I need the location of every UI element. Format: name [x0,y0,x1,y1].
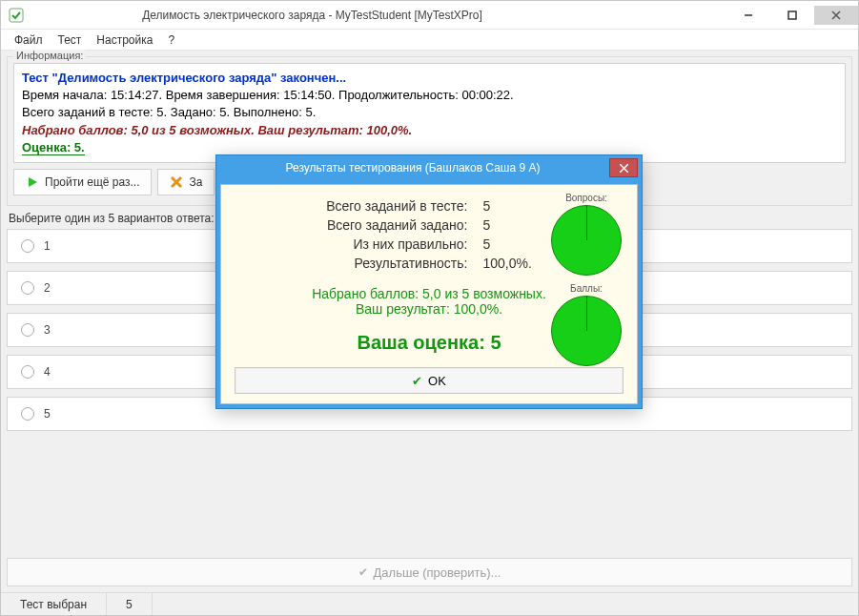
info-count: Всего заданий в тесте: 5. Задано: 5. Вып… [22,104,837,121]
result-val: 5 [475,235,539,254]
answer-number: 5 [44,407,51,421]
pie-questions [551,205,622,276]
result-val: 100,0%. [475,254,539,273]
dialog-title: Результаты тестирования (Башлаков Саша 9… [216,161,609,175]
radio-icon [21,323,34,337]
close-test-button-label: За [189,175,202,189]
retry-button[interactable]: Пройти ещё раз... [13,169,152,195]
menubar: Файл Тест Настройка ? [1,30,858,51]
x-icon [170,175,183,189]
svg-rect-2 [788,11,796,19]
result-val: 5 [475,196,539,216]
answer-number: 1 [44,239,51,253]
info-title: Тест "Делимость электрического заряда" з… [22,70,837,87]
svg-rect-0 [10,9,23,22]
info-grade: Оценка: 5. [22,140,85,155]
radio-icon [21,239,34,253]
minimize-button[interactable] [726,6,770,25]
play-icon [26,175,39,189]
maximize-button[interactable] [770,6,814,25]
info-box: Тест "Делимость электрического заряда" з… [13,63,846,163]
pie-charts: Вопросы: Баллы: [551,193,622,374]
result-key: Всего заданий задано: [318,216,475,235]
window-title: Делимость электрического заряда - MyTest… [31,9,726,22]
answer-number: 3 [44,323,51,337]
results-table: Всего заданий в тесте:5 Всего заданий за… [318,196,540,273]
retry-button-label: Пройти ещё раз... [45,175,139,189]
next-button-label: Дальше (проверить)... [374,565,501,580]
status-count: 5 [107,593,153,615]
next-button[interactable]: ✔ Дальше (проверить)... [7,558,852,586]
menu-settings[interactable]: Настройка [89,33,160,47]
ok-button-label: OK [428,374,446,388]
radio-icon [21,407,34,421]
answer-number: 2 [44,281,51,295]
status-state: Тест выбран [1,593,107,615]
pie-points-label: Баллы: [551,283,622,294]
statusbar: Тест выбран 5 [1,592,858,615]
dialog-close-button[interactable] [609,158,638,177]
app-icon [9,8,24,23]
info-group-label: Информация: [13,50,86,61]
radio-icon [21,365,34,379]
close-button[interactable] [814,6,858,25]
info-score: Набрано баллов: 5,0 из 5 возможных. Ваш … [22,122,837,139]
menu-help[interactable]: ? [160,33,182,47]
close-icon [620,164,628,173]
results-dialog: Результаты тестирования (Башлаков Саша 9… [215,154,643,409]
pie-questions-label: Вопросы: [551,193,622,203]
svg-marker-5 [29,177,37,187]
result-key: Результативность: [318,254,475,273]
result-val: 5 [475,216,539,235]
menu-file[interactable]: Файл [7,33,51,47]
close-test-button[interactable]: За [157,169,215,195]
radio-icon [21,281,34,295]
result-key: Всего заданий в тесте: [318,196,475,216]
titlebar: Делимость электрического заряда - MyTest… [1,1,858,30]
result-key: Из них правильно: [318,235,475,254]
answer-number: 4 [44,365,51,379]
menu-test[interactable]: Тест [51,33,90,47]
check-icon: ✔ [358,565,368,579]
check-icon: ✔ [412,374,422,388]
dialog-body: Всего заданий в тесте:5 Всего заданий за… [220,184,638,404]
dialog-titlebar: Результаты тестирования (Башлаков Саша 9… [216,155,642,180]
info-time: Время начала: 15:14:27. Время завершения… [22,87,837,104]
pie-points [551,296,622,366]
